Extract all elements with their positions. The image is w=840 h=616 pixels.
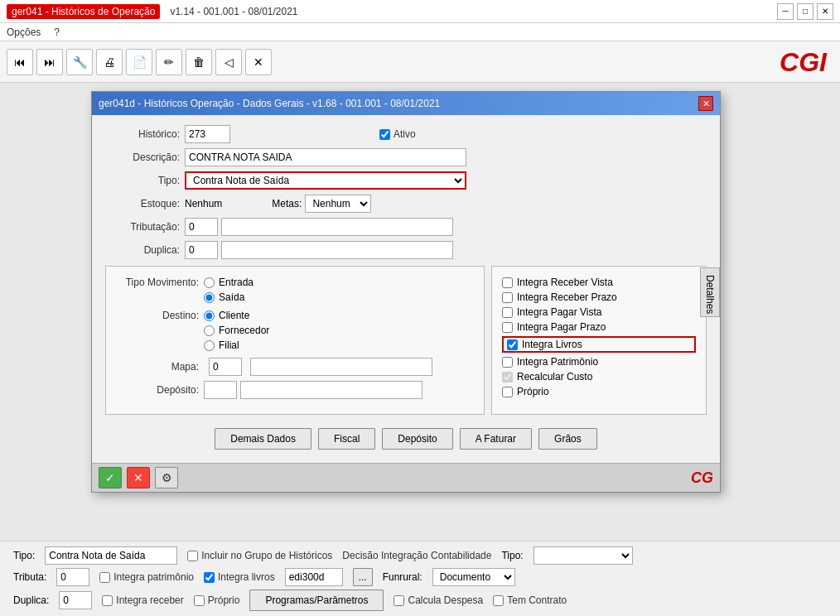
confirm-btn[interactable]: ✓ xyxy=(99,467,122,488)
window-controls: ─ □ ✕ xyxy=(777,3,833,20)
check-integra-patrimonio[interactable]: Integra Patrimônio xyxy=(502,356,696,368)
undo-btn[interactable]: ◁ xyxy=(215,49,242,75)
modal-footer: ✓ ✕ ⚙ CG xyxy=(92,463,720,492)
close-toolbar-btn[interactable]: ✕ xyxy=(245,49,272,75)
print-btn[interactable]: 🖨 xyxy=(96,49,123,75)
deposito-row: Depósito: xyxy=(116,381,474,399)
metas-label: Metas: xyxy=(272,198,302,209)
deposito-btn[interactable]: Depósito xyxy=(382,428,452,450)
mapa-row: Mapa: xyxy=(116,358,474,376)
ativo-label[interactable]: Ativo xyxy=(379,128,416,140)
version-text: v1.14 - 001.001 - 08/01/2021 xyxy=(170,6,297,17)
radio-saida[interactable]: Saída xyxy=(204,291,253,303)
tipo-movimento-label: Tipo Movimento: xyxy=(116,277,199,288)
close-btn[interactable]: ✕ xyxy=(817,3,833,20)
tributacao-input[interactable] xyxy=(185,218,218,236)
toolbar: ⏮ ⏭ 🔧 🖨 📄 ✏ 🗑 ◁ ✕ CGI xyxy=(0,41,840,83)
bg-incluir-check[interactable]: Incluir no Grupo de Históricos xyxy=(187,550,332,561)
tributacao-desc[interactable] xyxy=(221,218,453,236)
bg-calcula-check[interactable]: Calcula Despesa xyxy=(393,594,483,606)
radio-cliente[interactable]: Cliente xyxy=(204,310,269,321)
edit-btn[interactable]: ✏ xyxy=(156,49,182,75)
deposito-label: Depósito: xyxy=(116,384,199,396)
panel-right: Integra Receber Vista Integra Receber Pr… xyxy=(491,266,707,415)
duplica-input[interactable] xyxy=(185,241,218,259)
bg-programas-btn[interactable]: Programas/Parâmetros xyxy=(249,590,384,611)
new-btn[interactable]: 📄 xyxy=(126,49,152,75)
check-integra-livros[interactable]: Integra Livros xyxy=(502,336,696,353)
destino-row: Destino: Cliente Fornecedor Filial xyxy=(116,310,474,351)
menu-bar: Opções ? xyxy=(0,23,840,41)
deposito-input[interactable] xyxy=(204,381,237,399)
menu-help[interactable]: ? xyxy=(54,26,60,38)
bg-funrural-select[interactable]: Documento xyxy=(432,568,515,586)
tipo-movimento-radios: Entrada Saída xyxy=(204,277,253,303)
detalhes-btn[interactable]: Detalhes xyxy=(700,267,720,317)
fiscal-btn[interactable]: Fiscal xyxy=(318,428,375,450)
estoque-value: Nenhum xyxy=(185,198,222,209)
last-btn[interactable]: ⏭ xyxy=(36,49,63,75)
tributacao-row: Tributação: xyxy=(105,218,707,236)
a-faturar-btn[interactable]: A Faturar xyxy=(460,428,532,450)
historico-input[interactable] xyxy=(185,125,230,143)
bg-proprio-check[interactable]: Próprio xyxy=(194,594,240,606)
bg-livros-btn[interactable]: ... xyxy=(353,568,373,586)
bg-tributa-label: Tributa: xyxy=(13,571,46,583)
cancel-footer-btn[interactable]: ✕ xyxy=(127,467,150,488)
estoque-label: Estoque: xyxy=(105,198,180,209)
bg-integra-patrimonio-check[interactable]: Integra patrimônio xyxy=(99,571,194,583)
check-receber-vista[interactable]: Integra Receber Vista xyxy=(502,277,696,288)
demais-dados-btn[interactable]: Demais Dados xyxy=(215,428,311,450)
historico-label: Histórico: xyxy=(105,128,180,140)
title-bar: ger041 - Históricos de Operação v1.14 - … xyxy=(0,0,840,23)
search-btn[interactable]: 🔧 xyxy=(66,49,93,75)
bg-decisao-label: Decisão Integração Contabilidade xyxy=(342,550,491,561)
graos-btn[interactable]: Grãos xyxy=(538,428,597,450)
duplica-row: Duplica: xyxy=(105,241,707,259)
maximize-btn[interactable]: □ xyxy=(797,3,813,20)
menu-opcoes[interactable]: Opções xyxy=(7,26,41,38)
check-proprio[interactable]: Próprio xyxy=(502,386,696,397)
delete-btn[interactable]: 🗑 xyxy=(186,49,212,75)
duplica-desc[interactable] xyxy=(221,241,453,259)
tipo-row: Tipo: Contra Nota de Saída Entrada Saída xyxy=(105,171,707,190)
check-pagar-vista[interactable]: Integra Pagar Vista xyxy=(502,306,696,318)
bg-tipo2-select[interactable] xyxy=(533,546,633,565)
modal-title: ger041d - Históricos Operação - Dados Ge… xyxy=(99,98,440,109)
radio-filial[interactable]: Filial xyxy=(204,339,269,351)
radio-entrada[interactable]: Entrada xyxy=(204,277,253,288)
modal-dialog: ger041d - Históricos Operação - Dados Ge… xyxy=(91,91,721,493)
metas-select[interactable]: Nenhum xyxy=(305,195,371,213)
minimize-btn[interactable]: ─ xyxy=(777,3,794,20)
deposito-desc[interactable] xyxy=(240,381,422,399)
historico-row: Histórico: Ativo xyxy=(105,125,707,143)
bg-duplica-input[interactable] xyxy=(59,591,92,609)
mapa-input[interactable] xyxy=(209,358,242,376)
bg-integra-livros-value[interactable] xyxy=(285,568,343,586)
bg-integra-receber-check[interactable]: Integra receber xyxy=(102,594,183,606)
panel-left: Tipo Movimento: Entrada Saída Dest xyxy=(105,266,485,415)
tipo-label: Tipo: xyxy=(105,175,180,186)
bg-tipo2-label: Tipo: xyxy=(501,550,523,561)
footer-logo: CG xyxy=(691,469,713,487)
descricao-input[interactable] xyxy=(185,148,466,166)
check-receber-prazo[interactable]: Integra Receber Prazo xyxy=(502,291,696,303)
modal-body: Histórico: Ativo Descrição: Tipo: Contra… xyxy=(92,115,720,463)
settings-footer-btn[interactable]: ⚙ xyxy=(155,467,178,488)
ativo-checkbox[interactable] xyxy=(379,129,390,140)
mapa-desc[interactable] xyxy=(250,358,432,376)
first-btn[interactable]: ⏮ xyxy=(7,49,33,75)
check-pagar-prazo[interactable]: Integra Pagar Prazo xyxy=(502,321,696,333)
check-recalcular-custo: Recalcular Custo xyxy=(502,371,696,383)
bg-contrato-check[interactable]: Tem Contrato xyxy=(493,594,567,606)
tipo-select[interactable]: Contra Nota de Saída Entrada Saída xyxy=(185,171,466,190)
radio-fornecedor[interactable]: Fornecedor xyxy=(204,325,269,336)
bg-tributa-input[interactable] xyxy=(56,568,89,586)
tributacao-label: Tributação: xyxy=(105,221,180,233)
modal-close-btn[interactable]: ✕ xyxy=(698,96,713,111)
bg-integra-livros-check[interactable]: Integra livros xyxy=(204,571,275,583)
bg-tipo-input[interactable] xyxy=(45,546,177,565)
destino-radios: Cliente Fornecedor Filial xyxy=(204,310,269,351)
descricao-row: Descrição: xyxy=(105,148,707,166)
estoque-row: Estoque: Nenhum Metas: Nenhum xyxy=(105,195,707,213)
